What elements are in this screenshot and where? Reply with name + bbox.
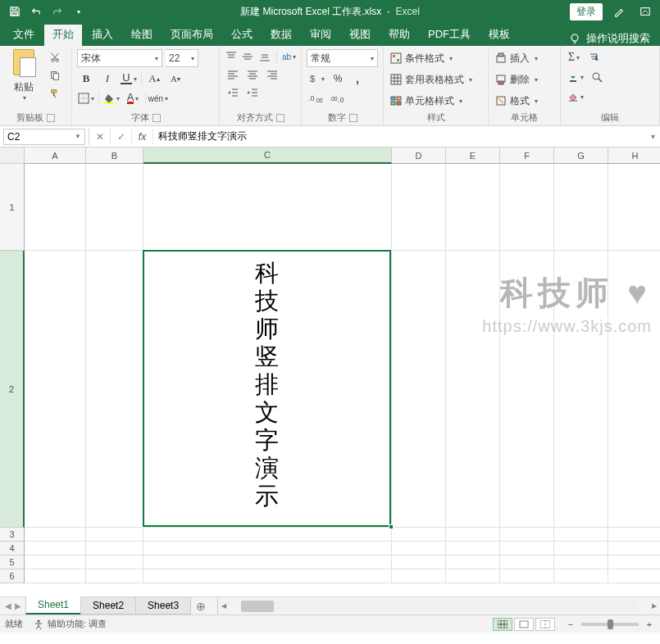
cell[interactable]	[500, 251, 554, 528]
phonetic-guide-button[interactable]: wén▾	[149, 90, 167, 107]
font-color-icon[interactable]: A▾	[124, 90, 142, 107]
cell[interactable]	[554, 164, 608, 251]
cell[interactable]	[392, 164, 446, 251]
row-header[interactable]: 1	[0, 164, 25, 251]
row-header[interactable]: 6	[0, 569, 25, 583]
cell[interactable]	[143, 556, 392, 569]
align-right-icon[interactable]	[264, 67, 280, 82]
cell[interactable]	[86, 528, 143, 542]
sheet-nav-next[interactable]: ▶	[15, 601, 21, 610]
page-break-view-button[interactable]	[535, 618, 555, 631]
scroll-left-icon[interactable]: ◀	[218, 601, 230, 612]
formula-input[interactable]: 科技师竖排文字演示	[153, 129, 645, 145]
cell[interactable]	[25, 556, 86, 569]
cell[interactable]	[554, 542, 608, 556]
zoom-in-button[interactable]: +	[644, 619, 655, 629]
cell[interactable]	[86, 569, 143, 583]
cell[interactable]	[86, 251, 143, 528]
column-header[interactable]: C	[143, 147, 392, 164]
column-header[interactable]: H	[608, 147, 660, 164]
find-select-icon[interactable]	[589, 69, 605, 85]
cell[interactable]	[446, 542, 500, 556]
cell[interactable]	[392, 556, 446, 569]
name-box[interactable]: C2 ▼	[3, 129, 85, 145]
align-center-icon[interactable]	[244, 67, 261, 82]
bold-button[interactable]: B	[77, 70, 95, 87]
cell[interactable]	[446, 528, 500, 542]
cell[interactable]	[500, 569, 554, 583]
enter-formula-button[interactable]: ✓	[111, 129, 132, 145]
ribbon-options-icon[interactable]	[635, 2, 655, 20]
align-launcher[interactable]	[276, 114, 284, 122]
clipboard-launcher[interactable]	[47, 114, 55, 122]
cell[interactable]	[86, 164, 143, 251]
decrease-indent-icon[interactable]	[225, 85, 241, 100]
expand-formula-bar-icon[interactable]: ▾	[645, 132, 660, 141]
insert-cells-button[interactable]: 插入▾	[494, 49, 555, 67]
cell[interactable]	[143, 542, 392, 556]
fill-handle[interactable]	[389, 524, 394, 529]
cell[interactable]	[608, 569, 660, 583]
copy-icon[interactable]	[44, 67, 66, 84]
cell[interactable]	[554, 556, 608, 569]
zoom-thumb[interactable]	[608, 619, 613, 629]
column-header[interactable]: D	[392, 147, 446, 164]
cell[interactable]	[500, 528, 554, 542]
cell[interactable]	[25, 251, 86, 528]
login-button[interactable]: 登录	[570, 3, 603, 20]
increase-indent-icon[interactable]	[244, 85, 261, 100]
tell-me-search[interactable]: 操作说明搜索	[568, 31, 660, 46]
tab-pdf[interactable]: PDF工具	[420, 25, 479, 46]
sheet-tab[interactable]: Sheet2	[80, 597, 136, 615]
increase-font-icon[interactable]: A▴	[145, 70, 163, 87]
cell[interactable]	[392, 542, 446, 556]
column-header[interactable]: F	[500, 147, 554, 164]
borders-icon[interactable]: ▾	[77, 90, 95, 107]
cell[interactable]	[86, 542, 143, 556]
increase-decimal-icon[interactable]: .0.00	[307, 90, 325, 107]
paste-button[interactable]: 粘贴 ▾	[5, 49, 43, 110]
number-format-combo[interactable]: 常规▾	[307, 49, 378, 67]
number-launcher[interactable]	[349, 114, 357, 122]
accessibility-status[interactable]: 辅助功能: 调查	[33, 618, 107, 630]
tab-draw[interactable]: 绘图	[123, 25, 161, 46]
percent-format-icon[interactable]: %	[330, 70, 346, 87]
align-left-icon[interactable]	[225, 67, 241, 82]
cell[interactable]	[86, 556, 143, 569]
accounting-format-icon[interactable]: $▾	[307, 70, 326, 87]
font-name-combo[interactable]: 宋体▾	[77, 49, 162, 67]
zoom-out-button[interactable]: −	[565, 619, 576, 629]
spreadsheet-grid[interactable]: ABCDEFGH 123456 科技师竖排文字演示 科技师 ♥ https://…	[0, 147, 660, 596]
normal-view-button[interactable]	[493, 618, 512, 631]
format-as-table-button[interactable]: 套用表格格式▾	[389, 70, 483, 88]
decrease-font-icon[interactable]: A▾	[166, 70, 184, 87]
cell[interactable]	[25, 542, 86, 556]
cut-icon[interactable]	[44, 49, 66, 66]
cell[interactable]	[25, 164, 86, 251]
cell[interactable]	[392, 251, 446, 528]
tab-formulas[interactable]: 公式	[223, 25, 261, 46]
decrease-decimal-icon[interactable]: .00.0	[328, 90, 346, 107]
tab-review[interactable]: 审阅	[302, 25, 339, 46]
cell[interactable]	[25, 569, 86, 583]
sort-filter-icon[interactable]	[585, 49, 602, 66]
sheet-tab[interactable]: Sheet1	[25, 596, 81, 615]
horizontal-scrollbar[interactable]: ◀ ▶	[217, 597, 660, 615]
cell[interactable]	[25, 528, 86, 542]
column-header[interactable]: E	[446, 147, 500, 164]
redo-icon[interactable]	[49, 3, 66, 20]
cell[interactable]	[608, 528, 660, 542]
column-header[interactable]: B	[86, 147, 143, 164]
select-all-corner[interactable]	[0, 147, 25, 164]
column-header[interactable]: A	[25, 147, 86, 164]
comma-format-icon[interactable]: ,	[349, 70, 366, 87]
tab-file[interactable]: 文件	[5, 25, 43, 46]
cell[interactable]	[608, 542, 660, 556]
italic-button[interactable]: I	[98, 70, 116, 87]
sheet-nav-prev[interactable]: ◀	[5, 601, 11, 610]
cell[interactable]	[500, 164, 554, 251]
pen-icon[interactable]	[609, 2, 629, 20]
sheet-tab[interactable]: Sheet3	[135, 597, 191, 615]
cell[interactable]	[143, 164, 392, 251]
new-sheet-button[interactable]: ⊕	[191, 600, 211, 613]
